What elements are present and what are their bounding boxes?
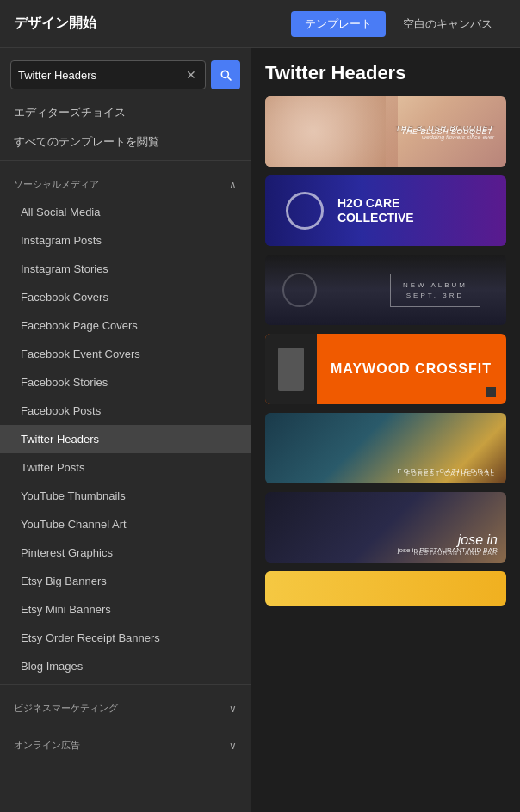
section-social-media-label: ソーシャルメディア [14, 178, 99, 191]
search-button[interactable] [211, 60, 240, 89]
template-card-blush-bouquet[interactable]: THE BLUSH BOUQUET wedding flowers since … [265, 96, 506, 167]
h2o-text: H2O CARE COLLECTIVE [337, 196, 414, 225]
section-business-marketing[interactable]: ビジネスマーケティング ∨ [0, 692, 251, 722]
cathedral-text: FOREST CATHEDRAL [406, 471, 496, 477]
album-border: NEW ALBUM SEPT. 3RD [390, 274, 480, 307]
sidebar-item-etsy-mini-banners[interactable]: Etsy Mini Banners [0, 595, 251, 624]
sidebar-item-youtube-channel-art[interactable]: YouTube Channel Art [0, 510, 251, 538]
sidebar-item-etsy-order-receipt-banners[interactable]: Etsy Order Receipt Banners [0, 624, 251, 652]
template-card-cathedral[interactable]: FOREST CATHEDRAL [265, 413, 506, 483]
template-card-h2o[interactable]: H2O CARE COLLECTIVE [265, 175, 506, 246]
top-tabs: テンプレート 空白のキャンバス [291, 11, 506, 37]
sidebar: ✕ エディターズチョイス すべてのテンプレートを閲覧 ソーシャルメディア ∧ A… [0, 48, 251, 812]
search-icon [219, 68, 232, 82]
sidebar-item-facebook-page-covers[interactable]: Facebook Page Covers [0, 311, 251, 340]
app-title: デザイン開始 [14, 15, 96, 33]
sidebar-item-facebook-event-covers[interactable]: Facebook Event Covers [0, 340, 251, 368]
album-text-1: NEW ALBUM [403, 281, 467, 289]
tab-blank[interactable]: 空白のキャンバス [389, 11, 506, 37]
sidebar-item-instagram-posts[interactable]: Instagram Posts [0, 226, 251, 255]
template-card-crossfit[interactable]: MAYWOOD CROSSFIT [265, 334, 506, 404]
sidebar-item-facebook-posts[interactable]: Facebook Posts [0, 397, 251, 425]
sidebar-item-facebook-stories[interactable]: Facebook Stories [0, 368, 251, 397]
search-input[interactable] [18, 69, 184, 82]
sidebar-item-facebook-covers[interactable]: Facebook Covers [0, 283, 251, 311]
quick-link-editors-choice[interactable]: エディターズチョイス [0, 98, 251, 127]
divider-2 [0, 684, 251, 685]
crossfit-figure [278, 348, 304, 391]
divider-1 [0, 160, 251, 161]
sidebar-item-twitter-headers[interactable]: Twitter Headers [0, 425, 251, 453]
section-online-advertising[interactable]: オンライン広告 ∨ [0, 729, 251, 759]
page-title: Twitter Headers [265, 62, 506, 84]
sidebar-item-all-social[interactable]: All Social Media [0, 198, 251, 226]
sidebar-item-pinterest-graphics[interactable]: Pinterest Graphics [0, 538, 251, 567]
main-panel: Twitter Headers THE BLUSH BOUQUET weddin… [251, 48, 520, 812]
tab-template[interactable]: テンプレート [291, 11, 386, 37]
sidebar-item-etsy-big-banners[interactable]: Etsy Big Banners [0, 567, 251, 595]
crossfit-text: MAYWOOD CROSSFIT [317, 361, 492, 377]
quick-link-browse-all[interactable]: すべてのテンプレートを閲覧 [0, 127, 251, 157]
section-advertising-label: オンライン広告 [14, 739, 80, 752]
search-bar: ✕ [10, 60, 240, 89]
section-business-label: ビジネスマーケティング [14, 702, 118, 715]
template-card-album[interactable]: NEW ALBUM SEPT. 3RD [265, 255, 506, 325]
section-social-media[interactable]: ソーシャルメディア ∧ [0, 168, 251, 198]
sidebar-item-twitter-posts[interactable]: Twitter Posts [0, 453, 251, 482]
sidebar-item-youtube-thumbnails[interactable]: YouTube Thumbnails [0, 482, 251, 510]
chevron-up-icon: ∧ [229, 179, 237, 191]
jose-text: jose in [414, 532, 498, 548]
chevron-down-icon-ads: ∨ [229, 740, 237, 752]
search-clear-icon[interactable]: ✕ [184, 66, 198, 83]
top-bar: デザイン開始 テンプレート 空白のキャンバス [0, 0, 520, 48]
search-input-wrapper[interactable]: ✕ [10, 60, 206, 89]
content-area: ✕ エディターズチョイス すべてのテンプレートを閲覧 ソーシャルメディア ∧ A… [0, 48, 520, 812]
crossfit-left [265, 334, 317, 404]
h2o-circle [286, 192, 324, 230]
sidebar-item-blog-images[interactable]: Blog Images [0, 652, 251, 680]
template-card-jose[interactable]: jose in RESTAURANT AND BAR [265, 492, 506, 563]
sidebar-item-instagram-stories[interactable]: Instagram Stories [0, 255, 251, 283]
album-text-2: SEPT. 3RD [403, 292, 467, 299]
chevron-down-icon-biz: ∨ [229, 703, 237, 715]
template-card-yellow[interactable] [265, 571, 506, 606]
